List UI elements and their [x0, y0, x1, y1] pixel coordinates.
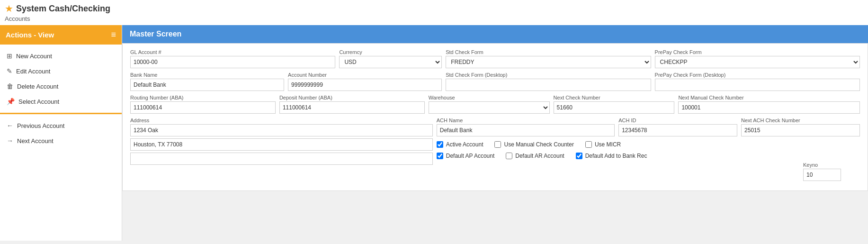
default-add-bank-rec-label: Default Add to Bank Rec — [585, 153, 647, 159]
next-account-icon: → — [7, 137, 13, 145]
form-row-4: Address ACH Name ACH ID — [130, 117, 860, 181]
next-ach-check-label: Next ACH Check Number — [741, 117, 860, 123]
form-row-3: Routing Number (ABA) Deposit Number (ABA… — [130, 95, 860, 114]
form-row-1: GL Account # Currerncy USD Std Check For… — [130, 49, 860, 68]
currency-group: Currerncy USD — [339, 49, 442, 68]
next-manual-check-group: Next Manual Check Number — [678, 95, 860, 114]
ach-id-group: ACH ID — [618, 117, 737, 136]
ach-name-input[interactable] — [437, 124, 615, 136]
next-manual-check-input[interactable] — [678, 101, 860, 114]
app-subtitle: Accounts — [0, 15, 868, 25]
previous-account-icon: ← — [7, 122, 13, 129]
use-micr-group: Use MICR — [585, 141, 621, 148]
next-account-button[interactable]: → Next Account — [0, 133, 122, 148]
content-area: Master Screen GL Account # Currerncy USD… — [122, 25, 868, 241]
ach-row: ACH Name ACH ID Next ACH Check Number — [437, 117, 860, 136]
use-manual-check-label: Use Manual Check Counter — [504, 141, 573, 148]
deposit-number-label: Deposit Number (ABA) — [279, 95, 425, 100]
warehouse-group: Warehouse — [429, 95, 550, 114]
default-ap-account-checkbox[interactable] — [437, 153, 443, 159]
std-check-form-group: Std Check Form FREDDY — [446, 49, 651, 68]
new-account-button[interactable]: ⊞ New Account — [0, 48, 122, 63]
use-micr-label: Use MICR — [595, 141, 621, 148]
select-account-label: Select Account — [18, 98, 59, 105]
default-ar-account-checkbox[interactable] — [506, 153, 512, 159]
ach-id-label: ACH ID — [618, 117, 737, 123]
sidebar: Actions - View ≡ ⊞ New Account ✎ Edit Ac… — [0, 25, 122, 241]
delete-account-label: Delete Account — [17, 83, 58, 90]
std-check-form-desktop-group: Std Check Form (Desktop) — [446, 72, 651, 91]
routing-number-label: Routing Number (ABA) — [130, 95, 276, 100]
prepay-check-form-select[interactable]: CHECKPP — [655, 56, 860, 68]
default-add-bank-rec-group: Default Add to Bank Rec — [576, 153, 647, 159]
star-icon: ★ — [5, 3, 13, 14]
next-account-label: Next Account — [17, 137, 54, 145]
next-ach-check-group: Next ACH Check Number — [741, 117, 860, 136]
sidebar-actions: ⊞ New Account ✎ Edit Account 🗑 Delete Ac… — [0, 45, 122, 114]
default-ar-account-label: Default AR Account — [515, 153, 564, 159]
account-number-group: Account Number — [288, 72, 442, 91]
warehouse-select[interactable] — [429, 101, 550, 114]
warehouse-label: Warehouse — [429, 95, 550, 100]
use-manual-check-checkbox[interactable] — [494, 141, 501, 148]
actions-view-label: Actions - View — [6, 31, 54, 39]
default-add-bank-rec-checkbox[interactable] — [576, 153, 582, 159]
routing-number-input[interactable] — [130, 101, 276, 114]
bank-name-input[interactable] — [130, 79, 284, 91]
address-line2-input[interactable] — [130, 138, 433, 151]
address-line3-input[interactable] — [130, 153, 433, 165]
gl-account-label: GL Account # — [130, 49, 335, 55]
next-ach-check-input[interactable] — [741, 124, 860, 136]
std-check-form-select[interactable]: FREDDY — [446, 56, 651, 68]
previous-account-button[interactable]: ← Previous Account — [0, 118, 122, 133]
keyno-input[interactable] — [803, 169, 841, 181]
next-check-number-label: Next Check Number — [554, 95, 675, 100]
next-check-number-input[interactable] — [554, 101, 675, 114]
account-number-label: Account Number — [288, 72, 442, 78]
bank-name-label: Bank Name — [130, 72, 284, 78]
currency-select[interactable]: USD — [339, 56, 442, 68]
currency-label: Currerncy — [339, 49, 442, 55]
active-account-group: Active Account — [437, 141, 483, 148]
main-layout: Actions - View ≡ ⊞ New Account ✎ Edit Ac… — [0, 25, 868, 241]
keyno-row: Keyno — [437, 162, 860, 181]
default-ap-account-label: Default AP Account — [446, 153, 495, 159]
sidebar-header: Actions - View ≡ — [0, 25, 122, 45]
std-check-form-label: Std Check Form — [446, 49, 651, 55]
ach-name-label: ACH Name — [437, 117, 615, 123]
std-check-form-desktop-input[interactable] — [446, 79, 651, 91]
deposit-number-group: Deposit Number (ABA) — [279, 95, 425, 114]
right-panel: ACH Name ACH ID Next ACH Check Number — [437, 117, 860, 181]
deposit-number-input[interactable] — [279, 101, 425, 114]
use-micr-checkbox[interactable] — [585, 141, 592, 148]
new-account-icon: ⊞ — [7, 52, 12, 60]
hamburger-icon[interactable]: ≡ — [111, 30, 116, 40]
prepay-check-form-desktop-group: PrePay Check Form (Desktop) — [655, 72, 860, 91]
prepay-check-form-desktop-input[interactable] — [655, 79, 860, 91]
delete-account-icon: 🗑 — [7, 82, 13, 90]
edit-account-icon: ✎ — [7, 67, 12, 75]
checkboxes-row-2: Default AP Account Default AR Account De… — [437, 153, 860, 159]
select-account-button[interactable]: 📌 Select Account — [0, 94, 122, 109]
bank-name-group: Bank Name — [130, 72, 284, 91]
app-header: ★ System Cash/Checking — [0, 0, 868, 15]
std-check-form-desktop-label: Std Check Form (Desktop) — [446, 72, 651, 78]
address-label: Address — [130, 117, 433, 123]
previous-account-label: Previous Account — [17, 122, 64, 129]
ach-id-input[interactable] — [618, 124, 737, 136]
next-check-number-group: Next Check Number — [554, 95, 675, 114]
routing-number-group: Routing Number (ABA) — [130, 95, 276, 114]
prepay-check-form-label: PrePay Check Form — [655, 49, 860, 55]
prepay-check-form-desktop-label: PrePay Check Form (Desktop) — [655, 72, 860, 78]
use-manual-check-group: Use Manual Check Counter — [494, 141, 573, 148]
account-number-input[interactable] — [288, 79, 442, 91]
delete-account-button[interactable]: 🗑 Delete Account — [0, 79, 122, 94]
next-manual-check-label: Next Manual Check Number — [678, 95, 860, 100]
edit-account-button[interactable]: ✎ Edit Account — [0, 63, 122, 79]
active-account-checkbox[interactable] — [437, 141, 443, 148]
address-line1-input[interactable] — [130, 124, 433, 136]
gl-account-input[interactable] — [130, 56, 335, 68]
ach-name-group: ACH Name — [437, 117, 615, 136]
edit-account-label: Edit Account — [16, 68, 50, 75]
default-ap-account-group: Default AP Account — [437, 153, 495, 159]
